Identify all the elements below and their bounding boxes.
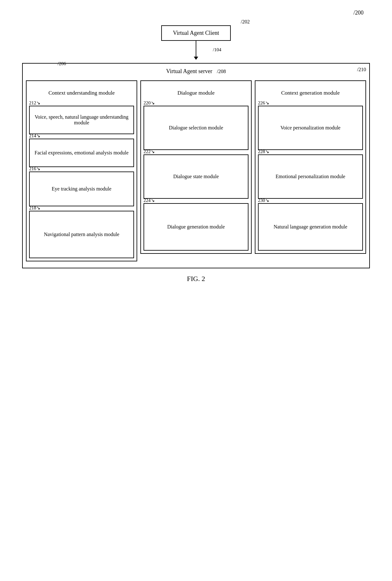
vac-box: Virtual Agent Client [161, 25, 231, 41]
ref-220: 220↘ [144, 100, 155, 106]
module-216: Eye tracking analysis module [29, 172, 134, 206]
ref-208: /208 [217, 69, 226, 74]
module-226: Voice personalization module [258, 106, 363, 150]
ref-210: /210 [357, 67, 366, 72]
module-222-wrapper: 222↘ Dialogue state module [144, 154, 248, 199]
module-220: Dialogue selection module [144, 106, 248, 150]
module-218: Navigational pattern analysis module [29, 211, 134, 258]
module-220-wrapper: 220↘ Dialogue selection module [144, 106, 248, 150]
mid-column-title: Dialogue module [144, 84, 248, 103]
module-212-wrapper: 212↘ Voice, speech, natural language und… [29, 106, 134, 134]
columns-container: Context understanding module 212↘ Voice,… [26, 80, 366, 261]
module-212: Voice, speech, natural language understa… [29, 106, 134, 134]
left-column-title: Context understanding module [29, 84, 134, 103]
ref-216: 216↘ [29, 166, 40, 172]
module-230-wrapper: 230↘ Natural language generation module [258, 203, 363, 251]
ref-230: 230↘ [258, 197, 269, 203]
mid-column: Dialogue module 220↘ Dialogue selection … [140, 80, 252, 254]
module-224: Dialogue generation module [144, 203, 248, 251]
ref-200: /200 [353, 9, 364, 16]
module-216-wrapper: 216↘ Eye tracking analysis module [29, 172, 134, 206]
module-226-wrapper: 226↘ Voice personalization module [258, 106, 363, 150]
ref-104: /104 [213, 47, 221, 53]
module-214: Facial expressions, emotional analysis m… [29, 139, 134, 167]
ref-212: 212↘ [29, 100, 40, 106]
ref-218: 218↘ [29, 205, 40, 211]
module-218-wrapper: 218↘ Navigational pattern analysis modul… [29, 211, 134, 258]
vac-label: Virtual Agent Client [173, 30, 219, 36]
module-228: Emotional personalization module [258, 154, 363, 199]
server-box: /206 Virtual Agent server /208 /210 Cont… [22, 63, 370, 268]
ref-224: 224↘ [144, 197, 155, 203]
right-column-title: Context generation module [258, 84, 363, 103]
ref-202: /202 [241, 19, 250, 25]
fig-label: FIG. 2 [22, 275, 370, 283]
ref-226: 226↘ [258, 100, 269, 106]
server-label: Virtual Agent server /208 /210 [26, 67, 366, 76]
ref-228: 228↘ [258, 149, 269, 154]
right-column: Context generation module 226↘ Voice per… [255, 80, 366, 254]
module-214-wrapper: 214↘ Facial expressions, emotional analy… [29, 139, 134, 167]
module-224-wrapper: 224↘ Dialogue generation module [144, 203, 248, 251]
ref-214: 214↘ [29, 133, 40, 139]
left-column: Context understanding module 212↘ Voice,… [26, 80, 137, 261]
diagram-container: /200 Virtual Agent Client /202 /104 /206… [22, 9, 370, 283]
ref-222: 222↘ [144, 149, 155, 154]
ref-206: /206 [58, 61, 66, 66]
module-228-wrapper: 228↘ Emotional personalization module [258, 154, 363, 199]
module-222: Dialogue state module [144, 154, 248, 199]
module-230: Natural language generation module [258, 203, 363, 251]
